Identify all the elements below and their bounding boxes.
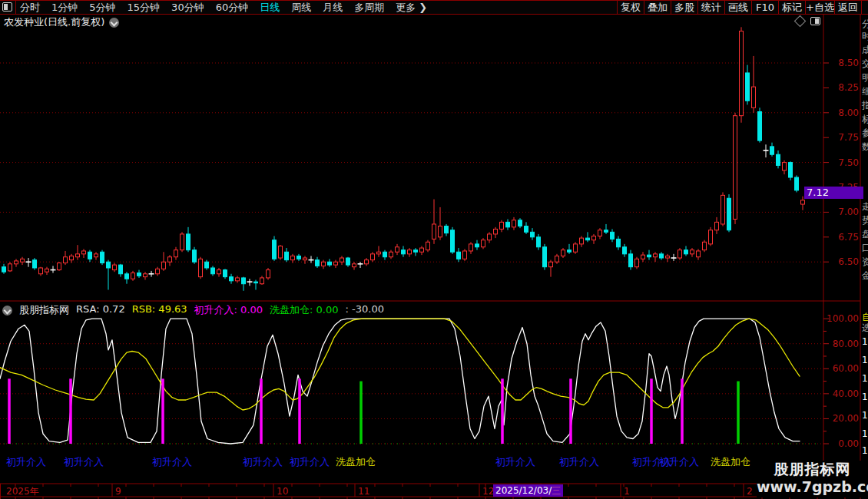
sidebar-menu-item[interactable]: 1	[862, 428, 868, 439]
toolbar-button[interactable]: 标记	[778, 1, 805, 14]
toolbar-button[interactable]: 返回	[834, 1, 862, 14]
period-tab[interactable]: 30分钟	[171, 1, 204, 14]
sidebar-menu-item[interactable]: 口	[862, 243, 868, 253]
chevron-down-icon[interactable]	[109, 18, 119, 28]
toolbar-button[interactable]: 叠加	[644, 1, 671, 14]
indicator-value-text: 股朋指标网	[19, 303, 69, 317]
date-badge-date: 2025/12/03/	[495, 485, 552, 496]
period-tab[interactable]: 1分钟	[51, 1, 78, 14]
date-axis-year: 2025年	[6, 486, 39, 497]
sidebar-menu-item[interactable]: 走	[862, 201, 868, 212]
toolbar-button[interactable]: 统计	[697, 1, 724, 14]
signal-label: 初升介入	[495, 455, 535, 469]
date-axis-month: 2	[747, 486, 753, 497]
sidebar-menu-item[interactable]: 成	[862, 45, 868, 55]
date-badge-weekday: 三	[552, 485, 561, 496]
period-tab[interactable]: 日线	[260, 1, 280, 14]
indicator-line-RSA	[0, 319, 800, 444]
toolbar-divider	[15, 1, 16, 14]
signal-label: 洗盘加仓	[711, 455, 750, 469]
signal-label: 初升介入	[243, 455, 283, 469]
price-axis-label: 7.75	[825, 133, 859, 142]
top-toolbar: 分时1分钟5分钟15分钟30分钟60分钟日线周线月线多周期更多 ❯ 复权叠加多股…	[0, 0, 868, 15]
toolbar-button[interactable]: 画线	[724, 1, 751, 14]
sidebar-menu-item[interactable]: 金	[862, 270, 868, 281]
period-tab[interactable]: 周线	[291, 1, 311, 14]
signal-label: 初升介入	[559, 455, 599, 469]
sidebar-menu-item[interactable]: 1	[862, 355, 868, 365]
sidebar-menu-item[interactable]: 1	[862, 373, 868, 384]
sidebar-menu-item[interactable]: 盘	[862, 229, 868, 240]
indicator-values: 股朋指标网RSA: 0.72RSB: 49.63初升介入: 0.00洗盘加仓: …	[19, 303, 384, 317]
sidebar-menu-item[interactable]: 势	[862, 215, 868, 226]
candlestick-chart	[2, 27, 805, 290]
price-axis-label: 8.50	[825, 58, 859, 68]
indicator-value-text: 初升介入: 0.00	[194, 303, 263, 317]
sidebar-menu-item[interactable]: 选	[862, 322, 868, 333]
sidebar-menu-item[interactable]: 自	[862, 312, 868, 322]
indicator-axis-label: 0.00	[825, 439, 859, 448]
toolbar-button[interactable]: F10	[751, 1, 778, 14]
last-price-badge: 7.12	[804, 187, 863, 199]
title-row-icons	[796, 17, 820, 25]
date-axis-month: 12	[482, 486, 494, 497]
sidebar-menu-item[interactable]: 标	[862, 114, 868, 124]
signal-label: 洗盘加仓	[336, 455, 376, 469]
period-tab[interactable]: 5分钟	[89, 1, 115, 14]
date-axis-month: 10	[277, 486, 288, 497]
date-axis-month: 1	[624, 486, 630, 497]
sidebar-menu-item[interactable]: 1	[862, 445, 868, 456]
watermark-site-name: 股朋指标网	[757, 461, 868, 478]
period-tab[interactable]: 更多 ❯	[396, 1, 427, 14]
sidebar-menu-item[interactable]: 细	[862, 86, 868, 97]
stock-title: 农发种业(日线.前复权)	[4, 15, 104, 29]
trading-app-window: 分时1分钟5分钟15分钟30分钟60分钟日线周线月线多周期更多 ❯ 复权叠加多股…	[0, 0, 868, 499]
price-axis-label: 6.75	[825, 233, 859, 242]
toolbar-button[interactable]: 复权	[617, 1, 644, 14]
sidebar-menu-item[interactable]: 1	[862, 392, 868, 402]
sidebar-menu-item[interactable]: 数	[862, 141, 868, 152]
indicator-value-text: RSB: 49.63	[132, 303, 187, 317]
date-axis-month: 11	[358, 486, 369, 497]
indicator-value-text: 洗盘加仓: 0.00	[270, 303, 338, 317]
period-tab[interactable]: 分时	[20, 1, 40, 14]
sidebar-menu-item[interactable]: 1	[862, 410, 868, 421]
diamond-icon[interactable]	[794, 15, 807, 28]
sidebar-menu-item[interactable]: 1	[862, 336, 868, 347]
indicator-value-text: RSA: 0.72	[76, 303, 125, 317]
layout-icon[interactable]	[810, 17, 820, 25]
date-axis-month: 9	[115, 486, 121, 497]
signal-label: 初升介入	[290, 455, 330, 469]
panel-toggle-icon[interactable]	[2, 2, 12, 12]
period-tab[interactable]: 15分钟	[128, 1, 161, 14]
period-tab[interactable]: 月线	[323, 1, 343, 14]
date-badge: 2025/12/03/三	[493, 484, 563, 497]
signal-label: 初升介入	[64, 455, 104, 469]
indicator-axis-label: 80.00	[825, 339, 859, 349]
indicator-axis-label: 100.00	[825, 314, 859, 323]
sidebar-menu-item[interactable]: 时	[862, 31, 868, 41]
indicator-collapse-icon[interactable]	[2, 306, 12, 316]
sidebar-menu-item[interactable]: 交	[862, 58, 868, 69]
sidebar-menu-item[interactable]: 参	[862, 127, 868, 138]
period-tab[interactable]: 多周期	[354, 1, 384, 14]
toolbar-button[interactable]: 多股	[671, 1, 697, 14]
chart-title-row: 农发种业(日线.前复权)	[4, 15, 119, 29]
sidebar-menu-item[interactable]: 指	[862, 100, 868, 111]
watermark: 股朋指标网 www.7gpzb.com	[757, 461, 868, 497]
indicator-chart	[0, 319, 800, 444]
sidebar-menu-item[interactable]: 明	[862, 72, 868, 83]
indicator-header: 股朋指标网RSA: 0.72RSB: 49.63初升介入: 0.00洗盘加仓: …	[2, 304, 384, 316]
indicator-value-text: : -30.00	[346, 303, 384, 317]
period-menu: 分时1分钟5分钟15分钟30分钟60分钟日线周线月线多周期更多 ❯	[20, 1, 427, 14]
sidebar-menu-item[interactable]: 资	[862, 256, 868, 267]
period-tab[interactable]: 60分钟	[216, 1, 249, 14]
toolbar-button[interactable]: +自选	[805, 1, 834, 14]
chart-canvas	[0, 0, 868, 499]
signal-label: 初升介入	[659, 455, 699, 469]
sidebar-menu-item[interactable]: 分	[862, 18, 868, 29]
watermark-url: www.7gpzb.com	[757, 478, 868, 495]
borders	[0, 15, 860, 499]
indicator-axis-label: 20.00	[825, 414, 859, 423]
price-axis-label: 6.50	[825, 257, 859, 266]
